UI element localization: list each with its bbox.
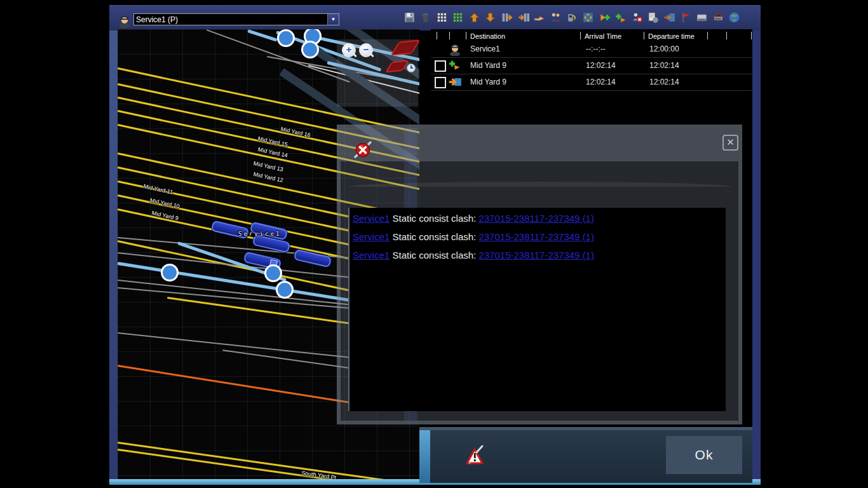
driver-icon <box>118 13 131 28</box>
toolbar-icon-insert-after[interactable] <box>517 11 529 24</box>
column-separator <box>437 32 437 39</box>
dialog-header <box>341 128 738 161</box>
column-separator <box>707 32 708 39</box>
move-stop-icon <box>448 75 462 89</box>
toolbar-icon-insert-before[interactable] <box>501 11 513 24</box>
toolbar-icon-expand[interactable] <box>582 11 595 24</box>
footer-edge <box>419 430 430 483</box>
map-node[interactable] <box>264 264 282 282</box>
clash-message: Service1 Static consist clash: 237015-23… <box>353 231 594 242</box>
editor-window: Service1 (P) ▼ Mid Yard 16Mid Yard 15Mid… <box>0 0 868 488</box>
track-label: Mid Yard 13 <box>253 160 284 173</box>
toolbar-icon-platform[interactable] <box>696 11 709 24</box>
track-label: Mid Yard 11 <box>143 183 173 196</box>
consist-clash-icon <box>353 140 372 160</box>
warning-icon <box>466 444 485 466</box>
toolbar-icon-lower[interactable] <box>484 11 497 24</box>
column-separator <box>751 32 752 39</box>
toolbar-icon-strip <box>403 11 744 25</box>
service-link[interactable]: Service1 <box>353 213 390 224</box>
departure-cell: 12:02:14 <box>649 78 679 86</box>
timetable-row[interactable]: Mid Yard 912:02:1412:02:14 <box>431 57 752 74</box>
toolbar-icon-delete[interactable] <box>419 11 432 24</box>
service-link[interactable]: Service1 <box>353 250 390 261</box>
toolbar-icon-remove-service[interactable] <box>630 11 643 24</box>
clash-text: Static consist clash: <box>390 213 478 224</box>
validation-dialog: ✕ Service1 Static consist clash: 237015-… <box>337 125 742 424</box>
consist-marker-small-icon[interactable] <box>385 60 409 73</box>
destination-cell: Service1 <box>470 44 500 53</box>
departure-cell: 12:02:14 <box>649 61 679 70</box>
map-node[interactable] <box>161 264 179 281</box>
column-separator <box>644 32 644 39</box>
toolbar-icon-hand[interactable] <box>533 11 546 24</box>
close-icon[interactable]: ✕ <box>722 135 738 151</box>
train-label: Service1 <box>238 231 281 237</box>
map-node[interactable] <box>276 281 294 299</box>
driver-icon <box>448 42 462 56</box>
consist-link[interactable]: 237015-238117-237349 (1) <box>478 231 594 242</box>
arrival-cell: --:--:-- <box>586 44 606 53</box>
column-header[interactable]: Departure time <box>648 32 695 40</box>
column-header[interactable]: Arrival Time <box>585 32 621 40</box>
ok-button[interactable]: Ok <box>666 436 742 474</box>
row-checkbox[interactable] <box>435 60 446 72</box>
clash-message: Service1 Static consist clash: 237015-23… <box>353 213 594 224</box>
consist-link[interactable]: 237015-238117-237349 (1) <box>478 213 594 224</box>
service-selector-value: Service1 (P) <box>134 15 327 24</box>
message-list: Service1 Static consist clash: 237015-23… <box>348 208 726 411</box>
map-control-panel: + − <box>337 39 418 107</box>
toolbar-icon-grid[interactable] <box>435 11 448 24</box>
add-stop-icon <box>448 58 462 72</box>
toolbar-icon-service-properties[interactable] <box>647 11 660 24</box>
row-checkbox[interactable] <box>435 77 446 88</box>
timetable-row[interactable]: Mid Yard 912:02:1412:02:14 <box>431 74 752 91</box>
toolbar-icon-raise[interactable] <box>468 11 480 24</box>
column-separator <box>580 32 581 39</box>
toolbar-icon-portal[interactable] <box>663 11 676 24</box>
departure-cell: 12:00:00 <box>649 44 679 53</box>
consist-marker-icon[interactable] <box>390 39 419 55</box>
track-label: Mid Yard 10 <box>149 197 180 210</box>
dialog-footer: Ok <box>419 427 752 483</box>
column-separator <box>449 32 450 39</box>
toolbar-icon-save[interactable] <box>403 11 416 24</box>
toolbar-icon-add-service[interactable] <box>598 11 611 24</box>
map-track <box>118 442 419 479</box>
clash-text: Static consist clash: <box>390 231 478 242</box>
toolbar-icon-world[interactable] <box>728 11 741 24</box>
destination-cell: Mid Yard 9 <box>470 61 506 70</box>
window-frame-left <box>109 5 118 480</box>
service-link[interactable]: Service1 <box>353 231 390 242</box>
column-separator <box>726 32 727 39</box>
clock-icon <box>407 64 416 72</box>
clash-message: Service1 Static consist clash: 237015-23… <box>353 250 594 261</box>
clash-text: Static consist clash: <box>390 250 478 261</box>
track-label: Mid Yard 15 <box>257 135 288 148</box>
zoom-out-button[interactable]: − <box>359 43 373 57</box>
toolbar-icon-passengers[interactable] <box>549 11 562 24</box>
toolbar: Service1 (P) ▼ <box>109 5 761 30</box>
service-selector-dropdown[interactable]: Service1 (P) ▼ <box>133 13 339 25</box>
zoom-in-button[interactable]: + <box>342 43 356 57</box>
track-label: Mid Yard 12 <box>253 171 284 184</box>
window-frame-right <box>752 5 761 480</box>
toolbar-icon-grid-green[interactable] <box>452 11 465 24</box>
map-node[interactable] <box>301 41 319 58</box>
toolbar-icon-fuel[interactable] <box>566 11 578 24</box>
column-separator <box>466 32 466 39</box>
map-track <box>118 365 369 407</box>
toolbar-icon-canopy[interactable] <box>712 11 724 24</box>
arrival-cell: 12:02:14 <box>586 78 616 86</box>
map-node[interactable] <box>277 29 295 47</box>
destination-cell: Mid Yard 9 <box>470 78 506 86</box>
arrival-cell: 12:02:14 <box>586 61 616 70</box>
column-header[interactable]: Destination <box>470 32 505 40</box>
map-track <box>247 29 277 42</box>
chevron-down-icon[interactable]: ▼ <box>327 14 339 25</box>
toolbar-icon-flag[interactable] <box>679 11 692 24</box>
timetable-row[interactable]: Service1--:--:--12:00:00 <box>431 41 752 58</box>
consist-link[interactable]: 237015-238117-237349 (1) <box>478 250 594 261</box>
toolbar-icon-add-stop[interactable] <box>614 11 627 24</box>
